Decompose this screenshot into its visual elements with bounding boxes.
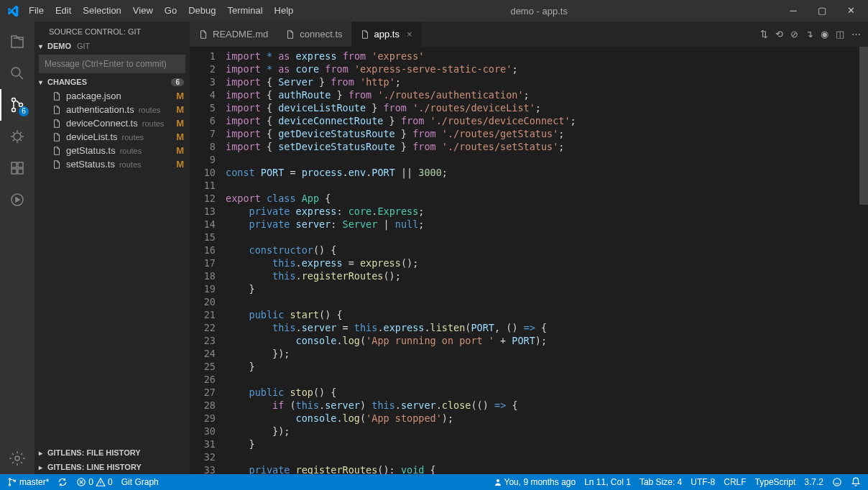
changes-section[interactable]: CHANGES 6 bbox=[34, 75, 190, 89]
editor-group: README.mdconnect.tsapp.ts× ⇅ ⟲ ⊘ ↴ ◉ ◫ ⋯… bbox=[190, 22, 868, 474]
language-item[interactable]: TypeScript bbox=[751, 477, 800, 487]
changed-file[interactable]: getStatus.tsroutesM bbox=[34, 144, 190, 157]
search-icon[interactable] bbox=[0, 57, 34, 89]
file-icon bbox=[285, 29, 295, 40]
editor-actions: ⇅ ⟲ ⊘ ↴ ◉ ◫ ⋯ bbox=[753, 22, 868, 47]
menu-debug[interactable]: Debug bbox=[183, 5, 221, 16]
more-actions-icon[interactable]: ⋯ bbox=[851, 29, 861, 40]
file-icon bbox=[52, 146, 62, 156]
git-graph-item[interactable]: Git Graph bbox=[117, 477, 163, 487]
live-share-icon[interactable] bbox=[0, 184, 34, 216]
git-branch-item[interactable]: master* bbox=[3, 477, 53, 487]
editor-tab[interactable]: connect.ts bbox=[277, 22, 351, 47]
menu-help[interactable]: Help bbox=[269, 5, 300, 16]
code-area[interactable]: import * as express from 'express' impor… bbox=[226, 47, 868, 474]
window-title: demo - app.ts bbox=[299, 6, 779, 17]
editor-tabs: README.mdconnect.tsapp.ts× ⇅ ⟲ ⊘ ↴ ◉ ◫ ⋯ bbox=[190, 22, 868, 47]
minimize-button[interactable]: ─ bbox=[779, 0, 808, 22]
code-editor[interactable]: 1234567891011121314151617181920212223242… bbox=[190, 47, 868, 474]
file-icon bbox=[198, 29, 208, 40]
changed-file[interactable]: setStatus.tsroutesM bbox=[34, 157, 190, 171]
changes-counter: 6 bbox=[171, 78, 184, 86]
menu-edit[interactable]: Edit bbox=[50, 5, 77, 16]
repo-name: DEMO bbox=[47, 42, 71, 50]
eol-item[interactable]: CRLF bbox=[719, 477, 750, 487]
stage-icon[interactable]: ⊘ bbox=[790, 29, 798, 40]
indentation-item[interactable]: Tab Size: 4 bbox=[635, 477, 686, 487]
file-dir: routes bbox=[120, 147, 142, 155]
tab-label: README.md bbox=[213, 29, 268, 40]
file-name: authentication.ts bbox=[66, 104, 134, 115]
sidebar-header: SOURCE CONTROL: GIT bbox=[34, 22, 190, 39]
menu-terminal[interactable]: Terminal bbox=[221, 5, 268, 16]
gitlens-file-history[interactable]: GITLENS: FILE HISTORY bbox=[34, 445, 190, 460]
open-changes-icon[interactable]: ⟲ bbox=[775, 29, 783, 40]
tab-label: connect.ts bbox=[300, 29, 342, 40]
file-name: package.json bbox=[66, 91, 121, 101]
source-control-icon[interactable]: 6 bbox=[0, 89, 34, 121]
svg-rect-8 bbox=[18, 162, 23, 167]
editor-tab[interactable]: README.md bbox=[190, 22, 277, 47]
compare-icon[interactable]: ⇅ bbox=[760, 29, 768, 40]
file-icon bbox=[52, 132, 62, 142]
svg-point-10 bbox=[15, 456, 19, 461]
svg-point-2 bbox=[12, 108, 16, 112]
split-editor-icon[interactable]: ◫ bbox=[836, 29, 844, 40]
file-status: M bbox=[176, 145, 184, 156]
commit-message-input[interactable]: Message (Ctrl+Enter to commit) bbox=[39, 55, 185, 73]
sync-item[interactable] bbox=[53, 477, 72, 487]
settings-gear-icon[interactable] bbox=[0, 443, 34, 474]
file-status: M bbox=[176, 159, 184, 170]
changed-file[interactable]: deviceConnect.tsroutesM bbox=[34, 116, 190, 130]
file-name: setStatus.ts bbox=[66, 159, 115, 170]
file-icon bbox=[52, 119, 62, 129]
file-icon bbox=[52, 91, 62, 101]
tab-label: app.ts bbox=[374, 29, 400, 40]
maximize-button[interactable]: ▢ bbox=[808, 0, 836, 22]
sidebar: SOURCE CONTROL: GIT DEMO GIT Message (Ct… bbox=[34, 22, 190, 474]
problems-item[interactable]: 0 0 bbox=[72, 477, 116, 487]
changed-file[interactable]: deviceList.tsroutesM bbox=[34, 130, 190, 144]
file-icon bbox=[360, 29, 370, 40]
menu-view[interactable]: View bbox=[127, 5, 159, 16]
close-tab-icon[interactable]: × bbox=[407, 29, 412, 40]
gitlens-line-history[interactable]: GITLENS: LINE HISTORY bbox=[34, 460, 190, 474]
file-status: M bbox=[176, 131, 184, 142]
scm-badge: 6 bbox=[19, 106, 29, 116]
svg-point-12 bbox=[9, 484, 10, 486]
encoding-item[interactable]: UTF-8 bbox=[686, 477, 719, 487]
file-dir: routes bbox=[122, 133, 144, 142]
close-window-button[interactable]: ✕ bbox=[836, 0, 865, 22]
file-dir: routes bbox=[139, 106, 161, 114]
explorer-icon[interactable] bbox=[0, 26, 34, 57]
file-name: getStatus.ts bbox=[66, 145, 116, 156]
svg-rect-5 bbox=[11, 162, 17, 167]
svg-point-15 bbox=[497, 479, 499, 482]
editor-scrollbar[interactable] bbox=[859, 47, 868, 474]
cursor-position-item[interactable]: Ln 11, Col 1 bbox=[580, 477, 635, 487]
changes-label: CHANGES bbox=[47, 78, 87, 86]
menu-file[interactable]: File bbox=[23, 5, 50, 16]
ts-version-item[interactable]: 3.7.2 bbox=[800, 477, 828, 487]
vscode-logo-icon bbox=[3, 5, 23, 17]
editor-tab[interactable]: app.ts× bbox=[351, 22, 421, 47]
repo-section[interactable]: DEMO GIT bbox=[34, 39, 190, 53]
svg-point-0 bbox=[11, 68, 20, 76]
file-icon bbox=[52, 105, 62, 115]
svg-point-16 bbox=[834, 479, 841, 486]
revert-icon[interactable]: ↴ bbox=[805, 29, 813, 40]
notifications-icon[interactable] bbox=[846, 477, 865, 487]
history-icon[interactable]: ◉ bbox=[821, 29, 828, 40]
menu-selection[interactable]: Selection bbox=[77, 5, 126, 16]
svg-point-4 bbox=[14, 133, 21, 140]
debug-icon[interactable] bbox=[0, 121, 34, 152]
changed-file[interactable]: package.jsonM bbox=[34, 89, 190, 103]
svg-rect-7 bbox=[18, 169, 23, 174]
activity-bar: 6 bbox=[0, 22, 34, 474]
file-status: M bbox=[176, 91, 184, 101]
extensions-icon[interactable] bbox=[0, 152, 34, 184]
changed-file[interactable]: authentication.tsroutesM bbox=[34, 103, 190, 116]
feedback-icon[interactable] bbox=[828, 477, 846, 487]
menu-go[interactable]: Go bbox=[159, 5, 183, 16]
blame-item[interactable]: You, 9 months ago bbox=[489, 477, 581, 487]
